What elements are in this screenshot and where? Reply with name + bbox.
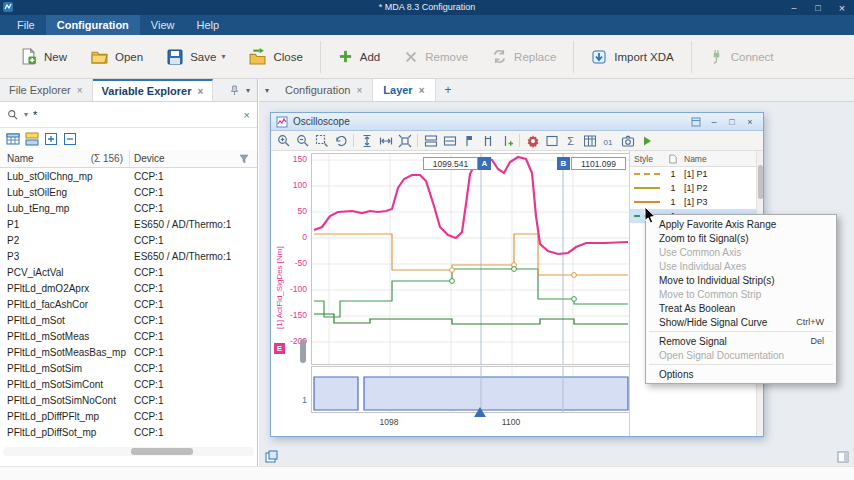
remove-button[interactable]: Remove xyxy=(392,39,480,75)
oscilloscope-titlebar[interactable]: Oscilloscope – □ × xyxy=(271,113,763,131)
frame-icon[interactable] xyxy=(543,133,560,149)
cursor-b-badge[interactable]: B xyxy=(557,157,570,170)
menu-help[interactable]: Help xyxy=(186,15,231,35)
new-button[interactable]: New xyxy=(8,39,79,75)
zoom-in-icon[interactable] xyxy=(275,133,292,149)
dock-indicator-icon[interactable] xyxy=(837,451,849,463)
tab-layer[interactable]: Layer × xyxy=(373,79,435,101)
table-row[interactable]: PFltLd_mSotMeasCCP:1 xyxy=(0,328,257,344)
table-row[interactable]: Lub_tEng_mpCCP:1 xyxy=(0,200,257,216)
tab-list-chevron-icon[interactable]: ▾ xyxy=(259,79,275,101)
boolean-strip-area[interactable] xyxy=(311,366,631,413)
cursor-pair-icon[interactable] xyxy=(479,133,496,149)
osc-maximize-button[interactable]: □ xyxy=(724,115,740,129)
table-row[interactable]: Lub_stOilEngCCP:1 xyxy=(0,184,257,200)
menu-item-move-to-individual-strips[interactable]: Move to Individual Strip(s) xyxy=(646,273,836,287)
table-row[interactable]: PCV_iActValCCP:1 xyxy=(0,264,257,280)
table-row[interactable]: PFltLd_pDiffPFlt_mpCCP:1 xyxy=(0,408,257,424)
tab-close-icon[interactable]: × xyxy=(197,86,203,97)
column-header-name[interactable]: Name (Σ 156) xyxy=(0,150,130,167)
horizontal-scrollbar[interactable] xyxy=(3,447,254,456)
bit-view-icon[interactable]: 01 xyxy=(600,133,617,149)
signal-row[interactable]: 1 [1] P2 xyxy=(630,181,763,195)
fit-width-icon[interactable] xyxy=(377,133,394,149)
tab-close-icon[interactable]: × xyxy=(419,85,425,96)
save-dropdown-chevron-icon[interactable]: ▾ xyxy=(221,52,225,61)
signal-plot-area[interactable]: 1099.541 A B 1101.099 xyxy=(311,153,631,365)
column-header-style[interactable]: Style xyxy=(630,154,664,164)
table-row[interactable]: PFltLd_dmO2AprxCCP:1 xyxy=(0,280,257,296)
y-axis[interactable]: [1] ActFld_SigDes [Nm] 150 100 50 0 -50 … xyxy=(271,151,311,436)
restore-layout-icon[interactable] xyxy=(265,450,278,463)
add-cursor-icon[interactable] xyxy=(498,133,515,149)
collapse-all-icon[interactable] xyxy=(63,132,77,146)
fit-height-icon[interactable] xyxy=(358,133,375,149)
common-strip-icon[interactable] xyxy=(441,133,458,149)
menu-configuration[interactable]: Configuration xyxy=(46,15,140,35)
menu-item-apply-favorite-axis-range[interactable]: Apply Favorite Axis Range xyxy=(646,217,836,231)
fit-all-icon[interactable] xyxy=(396,133,413,149)
settings-gear-icon[interactable] xyxy=(524,133,541,149)
close-configuration-button[interactable]: Close xyxy=(237,39,314,75)
menu-item-treat-as-boolean[interactable]: Treat As Boolean xyxy=(646,301,836,315)
menu-item-use-individual-axes[interactable]: Use Individual Axes xyxy=(646,259,836,273)
table-row[interactable]: PFltLd_mSotCCP:1 xyxy=(0,312,257,328)
import-xda-button[interactable]: Import XDA xyxy=(579,39,685,75)
tab-close-icon[interactable]: × xyxy=(77,85,83,96)
signal-curve-pink[interactable] xyxy=(314,157,628,254)
snapshot-camera-icon[interactable] xyxy=(619,133,636,149)
cursor-a-value[interactable]: 1099.541 xyxy=(423,157,478,170)
menu-item-open-signal-documentation[interactable]: Open Signal Documentation xyxy=(646,348,836,362)
filter-funnel-icon[interactable] xyxy=(239,154,257,164)
statistics-sigma-icon[interactable]: Σ xyxy=(562,133,579,149)
file-column-icon[interactable] xyxy=(664,154,682,164)
menu-item-use-common-axis[interactable]: Use Common Axis xyxy=(646,245,836,259)
column-header-signal-name[interactable]: Name xyxy=(682,154,763,164)
zoom-out-icon[interactable] xyxy=(294,133,311,149)
boolean-signal-segment[interactable] xyxy=(364,377,628,410)
card-view-icon[interactable] xyxy=(25,132,39,146)
add-button[interactable]: Add xyxy=(326,39,392,75)
run-trigger-icon[interactable] xyxy=(638,133,655,149)
data-table-icon[interactable] xyxy=(581,133,598,149)
tab-configuration[interactable]: Configuration × xyxy=(275,79,373,101)
table-row[interactable]: P1ES650 / AD/Thermo:1 xyxy=(0,216,257,232)
search-options-chevron-icon[interactable]: ▾ xyxy=(24,110,28,119)
minimize-button[interactable]: – xyxy=(782,0,806,15)
split-strips-icon[interactable] xyxy=(422,133,439,149)
scrollbar-thumb[interactable] xyxy=(758,165,763,199)
tab-variable-explorer[interactable]: Variable Explorer × xyxy=(93,79,214,101)
table-row[interactable]: PFltLd_mSotMeasBas_mpCCP:1 xyxy=(0,344,257,360)
table-row[interactable]: PFltLd_mSotSimCCP:1 xyxy=(0,360,257,376)
close-button[interactable]: × xyxy=(830,0,854,15)
replace-button[interactable]: Replace xyxy=(480,39,568,75)
signal-curve-green-1[interactable] xyxy=(314,269,628,317)
table-row[interactable]: P3ES650 / AD/Thermo:1 xyxy=(0,248,257,264)
scrollbar-thumb[interactable] xyxy=(131,448,193,455)
open-button[interactable]: Open xyxy=(79,39,155,75)
tab-close-icon[interactable]: × xyxy=(356,85,362,96)
axis-scrollbar-thumb[interactable] xyxy=(300,339,306,363)
menu-item-options[interactable]: Options xyxy=(646,367,836,381)
expand-all-icon[interactable] xyxy=(44,132,58,146)
clear-search-icon[interactable]: × xyxy=(244,109,250,121)
new-tab-button[interactable]: + xyxy=(436,79,461,101)
save-button[interactable]: Save ▾ xyxy=(155,39,237,75)
table-row[interactable]: Lub_stOilChng_mpCCP:1 xyxy=(0,168,257,184)
osc-close-button[interactable]: × xyxy=(742,115,758,129)
menu-view[interactable]: View xyxy=(140,15,186,35)
menu-item-remove-signal[interactable]: Remove SignalDel xyxy=(646,334,836,348)
connect-button[interactable]: Connect xyxy=(697,39,786,75)
panel-menu-chevron-icon[interactable]: ▾ xyxy=(246,86,250,95)
column-header-device[interactable]: Device xyxy=(130,150,257,167)
cursor-icon[interactable] xyxy=(460,133,477,149)
auto-hide-pin-icon[interactable] xyxy=(230,85,239,96)
table-row[interactable]: PFltLd_mSotSimNoContCCP:1 xyxy=(0,392,257,408)
table-row[interactable]: PFltLd_pDiffSot_mpCCP:1 xyxy=(0,424,257,440)
table-row[interactable]: P2CCP:1 xyxy=(0,232,257,248)
x-axis[interactable]: 1098 1100 xyxy=(311,415,631,429)
zoom-region-icon[interactable] xyxy=(313,133,330,149)
cursor-b-value[interactable]: 1101.099 xyxy=(571,157,626,170)
menu-item-show-hide-signal-curve[interactable]: Show/Hide Signal CurveCtrl+W xyxy=(646,315,836,329)
table-view-icon[interactable] xyxy=(6,132,20,146)
